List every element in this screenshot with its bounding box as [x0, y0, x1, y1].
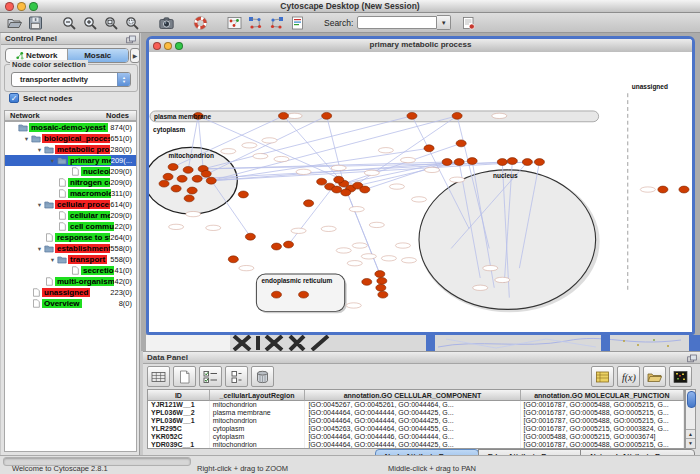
table-cell[interactable]: YJR121W__1: [148, 401, 210, 409]
vizmapper-icon[interactable]: [288, 15, 307, 31]
float-data-panel-icon[interactable]: [687, 354, 697, 363]
table-row[interactable]: YJR121W__1mitochondrion[GO:0045267, GO:0…: [148, 401, 684, 409]
graph-node[interactable]: [271, 291, 281, 298]
graph-node[interactable]: [424, 145, 434, 152]
graph-node[interactable]: [452, 112, 462, 119]
column-header[interactable]: annotation.GO MOLECULAR_FUNCTION: [521, 390, 684, 401]
search-input[interactable]: [357, 16, 437, 29]
graph-node[interactable]: [322, 112, 332, 119]
table-cell[interactable]: [GO:0044464, GO:0044444, GO:0044425, G..…: [305, 417, 520, 425]
graph-node[interactable]: [201, 170, 211, 177]
table-row[interactable]: YPL036W__2plasma membrane[GO:0044464, GO…: [148, 409, 684, 417]
graph-node[interactable]: [522, 159, 532, 166]
scroll-down-icon[interactable]: ▼: [686, 438, 695, 448]
graph-node[interactable]: [299, 291, 309, 298]
create-attribute-icon[interactable]: [225, 366, 248, 387]
graph-node[interactable]: [168, 164, 178, 171]
table-cell[interactable]: cytoplasm: [210, 425, 306, 433]
zoom-window-icon[interactable]: [29, 2, 38, 11]
graph-node[interactable]: [177, 175, 187, 182]
graph-node[interactable]: [497, 159, 507, 166]
formula-builder-icon[interactable]: f(x): [617, 366, 640, 387]
tree-row[interactable]: ▼primary metabolic209(...: [5, 155, 136, 166]
table-row[interactable]: YPL036W__1mitochondrion[GO:0044464, GO:0…: [148, 417, 684, 425]
import-attributes-icon[interactable]: [459, 15, 478, 31]
table-cell[interactable]: [GO:0016787, GO:0005488, GO:0005215, G..…: [521, 417, 684, 425]
zoom-in-icon[interactable]: [81, 15, 100, 31]
tree-row[interactable]: ▼biological_process651(0): [5, 133, 136, 144]
new-attribute-icon[interactable]: [173, 366, 196, 387]
graph-node[interactable]: [658, 186, 668, 193]
delete-attribute-icon[interactable]: [251, 366, 274, 387]
graph-node[interactable]: [317, 178, 327, 185]
tree-row[interactable]: nucleobase-contai209(0): [5, 166, 136, 177]
layout-attribute-icon[interactable]: [246, 15, 265, 31]
table-scrollbar[interactable]: ▲ ▼: [685, 389, 696, 449]
graph-node[interactable]: [362, 278, 372, 285]
table-cell[interactable]: YPL036W__1: [148, 417, 210, 425]
table-cell[interactable]: [GO:0044464, GO:0044444, GO:0044425, G..…: [305, 441, 520, 449]
tree-row[interactable]: macromolecule m311(0): [5, 188, 136, 199]
graph-node[interactable]: [192, 175, 202, 182]
attribute-grid-icon[interactable]: [147, 366, 170, 387]
tab-overflow-arrow-icon[interactable]: ▶: [130, 48, 140, 63]
graph-node[interactable]: [238, 191, 248, 198]
node-color-dropdown[interactable]: transporter activity ▲▼: [11, 72, 131, 87]
tree-row[interactable]: secretion41(0): [5, 265, 136, 276]
graph-node[interactable]: [507, 158, 517, 165]
table-cell[interactable]: [GO:0016787, GO:0005215, GO:0003824, G..…: [521, 425, 684, 433]
select-nodes-checkbox[interactable]: ✓: [9, 93, 19, 103]
graph-node[interactable]: [184, 195, 194, 202]
table-cell[interactable]: plasma membrane: [210, 409, 306, 417]
graph-node[interactable]: [163, 173, 173, 180]
import-folder-icon[interactable]: [643, 366, 666, 387]
graph-node[interactable]: [332, 186, 342, 193]
table-cell[interactable]: YPL036W__2: [148, 409, 210, 417]
table-cell[interactable]: YLR295C: [148, 425, 210, 433]
tree-expand-handle[interactable]: ▼: [35, 246, 44, 252]
graph-node[interactable]: [456, 140, 466, 147]
tree-row[interactable]: ▼cellular process614(0): [5, 199, 136, 210]
tree-row[interactable]: nitrogen compoun209(0): [5, 177, 136, 188]
table-cell[interactable]: [GO:0044464, GO:0044444, GO:0044425, G..…: [305, 409, 520, 417]
table-cell[interactable]: cytoplasm: [210, 433, 306, 441]
graph-node[interactable]: [467, 158, 477, 165]
scrollbar-thumb[interactable]: [687, 391, 696, 408]
zoom-out-icon[interactable]: [60, 15, 79, 31]
birdseye-view-icon[interactable]: [225, 15, 244, 31]
tree-row[interactable]: multi-organism pro42(0): [5, 276, 136, 287]
tree-expand-handle[interactable]: ▼: [48, 158, 57, 164]
matrix-view-icon[interactable]: [669, 366, 692, 387]
zoom-fit-icon[interactable]: [102, 15, 121, 31]
graph-node[interactable]: [679, 186, 689, 193]
graph-node[interactable]: [278, 112, 288, 119]
graph-node[interactable]: [171, 185, 181, 192]
table-row[interactable]: YLR295Ccytoplasm[GO:0045263, GO:0044464,…: [148, 425, 684, 433]
open-file-icon[interactable]: [5, 15, 24, 31]
table-cell[interactable]: YKR052C: [148, 433, 210, 441]
graph-node[interactable]: [245, 233, 255, 240]
tree-expand-handle[interactable]: ▼: [35, 147, 44, 153]
graph-node[interactable]: [341, 189, 351, 196]
graph-edge[interactable]: [211, 148, 429, 180]
graph-node[interactable]: [228, 256, 238, 263]
search-dropdown-arrow-icon[interactable]: ▼: [437, 15, 451, 30]
table-cell[interactable]: [GO:0045263, GO:0044464, GO:0044455, G..…: [305, 425, 520, 433]
table-cell[interactable]: [GO:0016787, GO:0005488, GO:0005215, G..…: [521, 401, 684, 409]
graph-node[interactable]: [283, 241, 293, 248]
table-cell[interactable]: mitochondrion: [210, 401, 306, 409]
table-cell[interactable]: mitochondrion: [210, 417, 306, 425]
save-session-icon[interactable]: [26, 15, 45, 31]
graph-node[interactable]: [304, 200, 314, 207]
tree-row[interactable]: ▼establishment of lo558(0): [5, 243, 136, 254]
graph-node[interactable]: [183, 166, 193, 173]
tree-row[interactable]: ▼transport558(0): [5, 254, 136, 265]
table-cell[interactable]: mitochondrion: [210, 441, 306, 449]
minimize-window-icon[interactable]: [17, 2, 26, 11]
tree-expand-handle[interactable]: ▼: [22, 136, 31, 142]
tree-expand-handle[interactable]: ▼: [35, 202, 44, 208]
graph-node[interactable]: [407, 112, 417, 119]
graph-node[interactable]: [375, 271, 385, 278]
table-cell[interactable]: YDR039C__1: [148, 441, 210, 449]
tree-expand-handle[interactable]: ▼: [48, 257, 57, 263]
